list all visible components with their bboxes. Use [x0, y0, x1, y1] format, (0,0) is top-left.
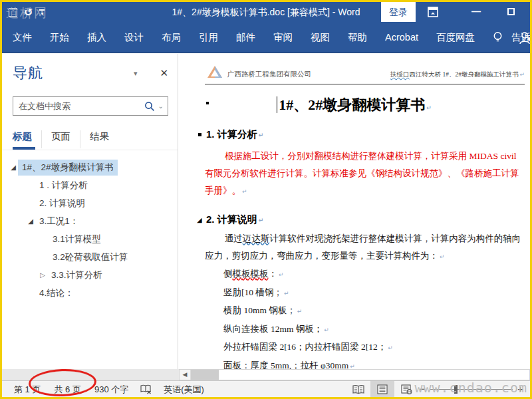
collapse-triangle-icon[interactable]: ◢	[9, 164, 18, 171]
word-count-status[interactable]: 930 个字	[88, 384, 135, 396]
text-cursor: 1#、2#墩身翻模计算书	[277, 96, 425, 113]
navigation-pane-title: 导航	[13, 63, 43, 83]
tab-references[interactable]: 引用	[199, 31, 218, 44]
component-item: 侧模板模板：↵	[223, 265, 530, 284]
maximize-button[interactable]	[499, 2, 522, 22]
proofing-errors-icon[interactable]	[140, 384, 152, 394]
tree-item[interactable]: 4.结论：	[2, 284, 178, 302]
collapse-triangle-icon[interactable]: ◢	[196, 217, 203, 223]
heading-2: ◢ 2. 计算说明↵	[196, 213, 530, 226]
tree-item-label[interactable]: 3.2砼荷载取值计算	[49, 249, 132, 265]
tree-item[interactable]: 3.2砼荷载取值计算	[2, 248, 178, 266]
tab-view[interactable]: 视图	[311, 31, 330, 44]
lightbulb-icon	[493, 31, 503, 44]
tree-item[interactable]: 2. 计算说明	[2, 194, 178, 212]
expand-triangle-icon[interactable]: ▷	[38, 271, 47, 279]
zoom-in-icon[interactable]: +	[517, 383, 523, 394]
nav-tab-results[interactable]: 结果	[90, 130, 118, 148]
tree-item-label[interactable]: 3.1计算模型	[49, 231, 105, 247]
navigation-tabs: 标题 页面 结果	[13, 130, 178, 148]
header-right-text: 扶绥口西江特大桥 1#、2#墩身翻模施工计算书↵	[390, 70, 525, 79]
nav-tab-headings[interactable]: 标题	[13, 130, 42, 148]
content-area: 导航 ▾ ✕ ⌄ 标题 页面 结果 ◢ 1#、2#墩身翻模计算书	[2, 54, 530, 369]
company-logo	[206, 65, 223, 79]
component-item: 纵向连接板 12mm 钢板；↵	[223, 321, 530, 339]
zoom-track[interactable]	[430, 389, 513, 390]
tab-home[interactable]: 开始	[50, 31, 69, 44]
minimize-button[interactable]: —	[465, 2, 487, 22]
tree-item-label[interactable]: 2. 计算说明	[35, 196, 89, 211]
tab-design[interactable]: 设计	[124, 31, 144, 44]
search-icon[interactable]	[144, 101, 155, 112]
tab-insert[interactable]: 插入	[87, 31, 106, 44]
login-button[interactable]: 登录	[381, 2, 416, 22]
view-switcher	[346, 381, 418, 398]
title-bar: ↺ ▾ 1#、2#墩身模板计算书.doc [兼容模式] - Word 登录 —	[2, 2, 530, 22]
header-company-name: 广西路桥工程集团有限公司	[227, 70, 311, 79]
collapse-triangle-icon[interactable]: ◢	[26, 217, 35, 225]
tab-layout[interactable]: 布局	[162, 31, 181, 44]
zoom-slider: − +	[420, 381, 525, 398]
component-item: 面板：厚度 5mm,；拉杆 φ30mm↵	[223, 357, 530, 370]
share-person-icon[interactable]	[518, 31, 532, 45]
zoom-thumb[interactable]	[454, 385, 458, 394]
tree-item[interactable]: ◢ 3.工况1：	[2, 212, 178, 230]
heading-1: 1. 计算分析↵	[196, 128, 530, 141]
navigation-options-dropdown-icon[interactable]: ▾	[134, 69, 138, 78]
component-item: 横肋 10mm 钢板；↵	[223, 302, 530, 321]
scroll-left-arrow-icon[interactable]: ◀	[180, 370, 191, 380]
window-title: 1#、2#墩身模板计算书.doc [兼容模式] - Word	[2, 2, 530, 22]
tree-item[interactable]: ◢ 1#、2#墩身翻模计算书	[2, 158, 178, 176]
ribbon: 文件 开始 插入 设计 布局 引用 邮件 审阅 视图 帮助 Acrobat 百度…	[2, 22, 530, 53]
tab-review[interactable]: 审阅	[273, 31, 293, 44]
outline-square-marker	[198, 133, 201, 136]
document-title: 1#、2#墩身翻模计算书↵	[178, 95, 530, 115]
ribbon-display-options-button[interactable]	[428, 2, 450, 22]
headings-tree: ◢ 1#、2#墩身翻模计算书 1 . 计算分析 2. 计算说明 ◢ 3.工况1：…	[2, 158, 178, 302]
tree-item-label[interactable]: 3.工况1：	[35, 213, 82, 229]
search-input[interactable]	[19, 101, 144, 111]
language-status[interactable]: 英语(美国)	[157, 384, 211, 396]
tab-help[interactable]: 帮助	[348, 31, 367, 44]
page-header: 广西路桥工程集团有限公司 扶绥口西江特大桥 1#、2#墩身翻模施工计算书↵	[205, 65, 525, 84]
page-number-status[interactable]: 第 1 页	[7, 384, 47, 396]
tree-item[interactable]: ▷ 3.3.计算分析	[2, 266, 178, 284]
outline-square-marker	[206, 102, 209, 104]
navigation-pane: 导航 ▾ ✕ ⌄ 标题 页面 结果 ◢ 1#、2#墩身翻模计算书	[2, 54, 178, 369]
tree-item-label[interactable]: 1#、2#墩身翻模计算书	[18, 160, 118, 176]
tab-baidu-netdisk[interactable]: 百度网盘	[436, 31, 475, 44]
document-page[interactable]: 广西路桥工程集团有限公司 扶绥口西江特大桥 1#、2#墩身翻模施工计算书↵ 1#…	[178, 54, 530, 369]
tab-file[interactable]: 文件	[13, 31, 32, 44]
nav-pane-footer	[2, 369, 179, 380]
document-search-box[interactable]: ⌄	[13, 96, 168, 116]
tab-acrobat[interactable]: Acrobat	[385, 32, 418, 43]
scrollbar-thumb[interactable]	[191, 370, 219, 380]
total-pages-status[interactable]: 共 6 页	[47, 384, 87, 396]
web-layout-icon[interactable]	[394, 381, 418, 398]
bottom-strip: ◀	[2, 369, 530, 380]
paragraph-calc-description: 通过迈达斯计算软件对现浇托架进行整体建模计算，计算内容为构件的轴向应力，剪切应力…	[205, 230, 523, 265]
tree-item-label[interactable]: 3.3.计算分析	[47, 267, 106, 283]
zoom-out-icon[interactable]: −	[420, 383, 426, 394]
search-options-chevron-icon[interactable]: ⌄	[158, 102, 164, 110]
tree-item[interactable]: 1 . 计算分析	[2, 176, 178, 194]
navigation-close-icon[interactable]: ✕	[160, 67, 168, 79]
application-window: ↺ ▾ 1#、2#墩身模板计算书.doc [兼容模式] - Word 登录 — …	[0, 0, 532, 399]
paragraph-calc-analysis: 根据施工设计，分别对翻模结构进行整体建模计算，计算采用 MIDAS civil …	[205, 148, 523, 200]
tree-item-label[interactable]: 1 . 计算分析	[35, 178, 92, 194]
read-mode-icon[interactable]	[346, 381, 370, 398]
horizontal-scrollbar[interactable]: ◀	[179, 369, 530, 380]
component-item: 竖肋[10 槽钢；↵	[223, 284, 530, 303]
status-bar: 第 1 页 共 6 页 930 个字 英语(美国) − + www.c	[2, 380, 530, 397]
tab-mailings[interactable]: 邮件	[236, 31, 255, 44]
component-item: 外拉杆锚固梁 2[16；内拉杆锚固梁 2[12；↵	[223, 338, 530, 357]
paragraph-mark: ↵	[519, 71, 525, 78]
nav-tab-pages[interactable]: 页面	[51, 130, 80, 148]
tree-item[interactable]: 3.1计算模型	[2, 230, 178, 248]
print-layout-icon[interactable]	[370, 381, 394, 398]
tree-item-label[interactable]: 4.结论：	[35, 285, 78, 301]
